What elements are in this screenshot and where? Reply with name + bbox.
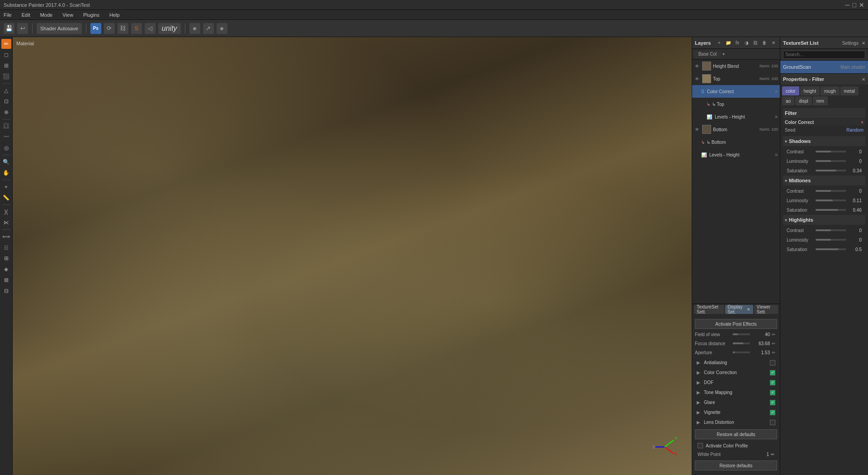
rotate-icon[interactable]: ⟳ <box>104 23 115 34</box>
tool-blur[interactable]: ◎ <box>1 143 11 153</box>
substance-icon[interactable]: S <box>131 23 142 34</box>
tool-extra5[interactable]: ⊟ <box>1 286 11 296</box>
highlights-contrast-slider[interactable] <box>816 229 846 231</box>
layer-height-blend[interactable]: 👁 Height Blend Norm 100 <box>692 60 780 72</box>
texset-close-btn[interactable]: ✕ <box>862 41 865 46</box>
filter-tab-nrm[interactable]: nrm <box>813 96 828 105</box>
tool-mode2[interactable]: ⋉ <box>1 218 11 228</box>
color-correct-check[interactable]: ✓ <box>770 370 775 375</box>
layers-mask-btn[interactable]: ◑ <box>743 39 750 47</box>
midtones-saturation-slider[interactable] <box>816 209 846 211</box>
filter-tab-height[interactable]: height <box>800 86 820 95</box>
layer-color-correct[interactable]: S Color Correct ✕ <box>692 85 780 98</box>
layers-link-btn[interactable]: ⛓ <box>752 39 759 47</box>
tool-transform[interactable]: ⊕ <box>1 107 11 117</box>
highlights-luminosity-slider[interactable] <box>816 239 846 241</box>
layer-close-3[interactable]: ✕ <box>774 89 778 94</box>
blend-mode-dropdown[interactable]: Base Col <box>694 51 721 58</box>
photoshop-icon[interactable]: Ps <box>90 23 101 34</box>
circle-icon[interactable]: ● <box>189 23 200 34</box>
highlights-saturation-slider[interactable] <box>816 248 846 250</box>
filter-tab-ao[interactable]: ao <box>782 96 794 105</box>
props-filter-close[interactable]: ✕ <box>862 77 865 82</box>
back-icon[interactable]: ◁ <box>145 23 156 34</box>
filter-tab-displ[interactable]: displ <box>795 96 812 105</box>
tool-extra3[interactable]: ◈ <box>1 264 11 274</box>
display-set-close[interactable]: ✕ <box>747 307 750 312</box>
tool-extra1[interactable]: ⌻ <box>1 242 11 252</box>
restore-color-btn[interactable]: Restore defaults <box>695 461 777 470</box>
tool-geometry[interactable]: △ <box>1 86 11 95</box>
tool-paint[interactable]: ✏ <box>1 39 11 49</box>
layers-add-btn[interactable]: + <box>716 39 723 47</box>
midtones-luminosity-slider[interactable] <box>816 200 846 201</box>
unity-btn[interactable]: unity <box>158 23 181 34</box>
dof-check[interactable]: ✓ <box>770 380 775 385</box>
layers-del-btn[interactable]: 🗑 <box>761 39 768 47</box>
field-edit[interactable]: ✏ <box>770 331 777 338</box>
viewport[interactable]: Material X Y Z <box>13 37 692 475</box>
menu-help[interactable]: Help <box>108 11 122 19</box>
maximize-btn[interactable]: □ <box>853 1 856 9</box>
shadows-saturation-slider[interactable] <box>816 170 846 171</box>
camera-button[interactable]: Activate Post Effects <box>695 319 777 329</box>
menu-view[interactable]: View <box>61 11 75 19</box>
white-point-edit[interactable]: ✏ <box>771 452 774 457</box>
texset-search-input[interactable] <box>783 51 865 59</box>
color-profile-check[interactable] <box>698 443 703 448</box>
texset-tab-1[interactable]: TextureSet Sett. <box>694 305 724 314</box>
tool-fill[interactable]: ⬛ <box>1 71 11 81</box>
texset-settings-btn[interactable]: Settings <box>840 41 860 46</box>
tool-extra4[interactable]: ⊠ <box>1 275 11 285</box>
groundscan-row[interactable]: GroundScan Main shader <box>780 61 868 73</box>
layer-close-8[interactable]: ✕ <box>774 152 778 157</box>
focus-edit[interactable]: ✏ <box>770 340 777 347</box>
layer-top[interactable]: 👁 Top Norm 100 <box>692 72 780 85</box>
texset-tab-2[interactable]: Display Set. ✕ <box>725 305 753 314</box>
shadows-contrast-slider[interactable] <box>816 151 846 152</box>
toolbar-undo-btn[interactable]: ↩ <box>17 23 28 34</box>
toolbar-save-btn[interactable]: 💾 <box>4 23 14 34</box>
tool-mode1[interactable]: )( <box>1 207 11 217</box>
link-icon[interactable]: ⛓ <box>118 23 128 34</box>
layers-close-btn[interactable]: ✕ <box>770 39 777 47</box>
texset-tab-3[interactable]: Viewer Sett. <box>754 305 778 314</box>
tool-measure[interactable]: 📏 <box>1 193 11 203</box>
menu-plugins[interactable]: Plugins <box>81 11 101 19</box>
tool-symmetry[interactable]: ⟺ <box>1 232 11 242</box>
layer-eye-2[interactable]: 👁 <box>694 76 700 82</box>
minimize-btn[interactable]: ─ <box>845 1 850 9</box>
export-icon[interactable]: ↗ <box>203 23 214 34</box>
layers-folder-btn[interactable]: 📁 <box>725 39 732 47</box>
seed-random-btn[interactable]: Random <box>846 128 863 133</box>
antialias-check[interactable] <box>770 360 775 366</box>
layers-effect-btn[interactable]: fx <box>734 39 741 47</box>
settings-icon[interactable]: ● <box>217 23 227 34</box>
tool-select[interactable]: ⊡ <box>1 96 11 106</box>
tool-magnify[interactable]: 🔍 <box>1 157 11 167</box>
shader-autosave-btn[interactable]: Shader Autosave <box>37 23 82 34</box>
tool-smear[interactable]: 〰 <box>1 132 11 142</box>
layer-sub-bottom[interactable]: ↳ ↳ Bottom <box>692 136 780 148</box>
layer-sub-top[interactable]: ↳ ↳ Top <box>692 98 780 110</box>
tool-extra2[interactable]: ⊞ <box>1 253 11 263</box>
layer-close-5[interactable]: ✕ <box>774 114 778 119</box>
tone-mapping-check[interactable]: ✓ <box>770 390 775 395</box>
filter-tab-color[interactable]: color <box>782 86 799 95</box>
menu-mode[interactable]: Mode <box>38 11 55 19</box>
menu-edit[interactable]: Edit <box>20 11 32 19</box>
close-btn[interactable]: ✕ <box>859 1 864 9</box>
restore-defaults-btn[interactable]: Restore all defaults <box>695 429 777 439</box>
layer-levels-height-2[interactable]: 📊 Levels - Height ✕ <box>692 148 780 161</box>
filter-remove-btn[interactable]: × <box>861 120 863 125</box>
layer-eye-6[interactable]: 👁 <box>694 126 700 133</box>
filter-tab-rough[interactable]: rough <box>821 86 840 95</box>
vignette-check[interactable]: ✓ <box>770 410 775 415</box>
layer-levels-height-1[interactable]: 📊 Levels - Height ✕ <box>692 110 780 123</box>
midtones-contrast-slider[interactable] <box>816 190 846 192</box>
glare-check[interactable]: ✓ <box>770 400 775 405</box>
tool-projection[interactable]: ⊞ <box>1 61 11 71</box>
menu-file[interactable]: File <box>2 11 14 19</box>
tool-picker[interactable]: ⌖ <box>1 182 11 192</box>
layer-eye-1[interactable]: 👁 <box>694 63 700 69</box>
